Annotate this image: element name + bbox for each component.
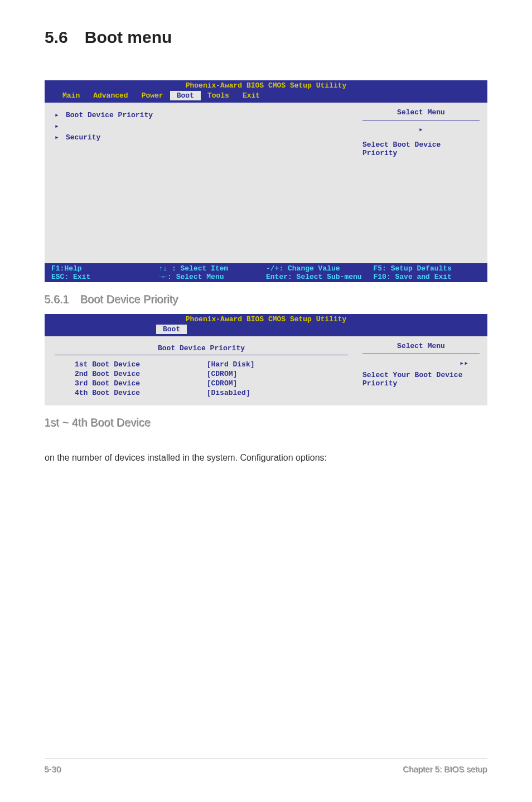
bios-right-panel: Select Menu ▸▸ Select Your Boot Device P… bbox=[357, 339, 485, 403]
subsection-number: 5.6.1 bbox=[45, 293, 69, 306]
bios-menubar: Main Advanced Power Boot Tools Exit bbox=[45, 91, 487, 103]
footer-exit: ESC: Exit bbox=[51, 273, 159, 281]
bios-item-blank: ▸ bbox=[55, 122, 348, 131]
boot-device-value: [Disabled] bbox=[207, 388, 348, 398]
tab-advanced[interactable]: Advanced bbox=[86, 91, 134, 100]
tab-power[interactable]: Power bbox=[135, 91, 170, 100]
bios-left-panel: Boot Device Priority 1st Boot Device [Ha… bbox=[47, 339, 356, 403]
footer-help: F1:Help bbox=[51, 264, 159, 273]
footer-select-item: ↑↓ : Select Item bbox=[159, 264, 267, 273]
bios-item-boot-priority[interactable]: ▸ Boot Device Priority bbox=[55, 110, 348, 119]
subsection-title: Boot Device Priority bbox=[80, 293, 178, 306]
boot-device-value: [Hard Disk] bbox=[207, 360, 348, 369]
right-caret-icon: ▸▸ bbox=[362, 359, 480, 368]
tab-boot[interactable]: Boot bbox=[170, 91, 201, 100]
select-menu-title: Select Menu bbox=[362, 108, 480, 119]
page-footer: 5-30 Chapter 5: BIOS setup bbox=[45, 758, 487, 774]
page-number: 5-30 bbox=[45, 765, 61, 774]
section-number: 5.6 bbox=[45, 28, 68, 47]
tab-exit[interactable]: Exit bbox=[236, 91, 267, 100]
submenu-caret-icon: ▸ bbox=[55, 110, 66, 119]
bios-title: Phoenix-Award BIOS CMOS Setup Utility bbox=[45, 314, 487, 325]
bios-item-label: Boot Device Priority bbox=[66, 111, 153, 119]
bios-help-text: Select Boot Device Priority bbox=[362, 141, 480, 157]
bios-right-panel: Select Menu ▸ Select Boot Device Priorit… bbox=[357, 105, 485, 261]
bios-menubar: Boot bbox=[45, 325, 487, 336]
boot-device-label: 4th Boot Device bbox=[75, 388, 207, 398]
right-caret-icon: ▸ bbox=[362, 125, 480, 134]
table-row[interactable]: 4th Boot Device [Disabled] bbox=[55, 388, 348, 398]
bios-help-text: Select Your Boot Device Priority bbox=[362, 371, 480, 388]
chapter-label: Chapter 5: BIOS setup bbox=[403, 765, 487, 774]
section-title: Boot menu bbox=[85, 28, 172, 46]
bios-screen-priority: Phoenix-Award BIOS CMOS Setup Utility Bo… bbox=[45, 314, 487, 405]
boot-device-label: 2nd Boot Device bbox=[75, 369, 207, 379]
footer-save-exit: F10: Save and Exit bbox=[374, 273, 481, 281]
footer-select-menu: →←: Select Menu bbox=[159, 273, 267, 281]
tab-main[interactable]: Main bbox=[56, 91, 86, 100]
select-menu-title: Select Menu bbox=[362, 342, 480, 352]
bios-item-security[interactable]: ▸ Security bbox=[55, 133, 348, 142]
body-text: on the number of devices installed in th… bbox=[45, 452, 487, 464]
bios-item-label: Security bbox=[66, 133, 100, 142]
footer-submenu: Enter: Select Sub-menu bbox=[266, 273, 374, 281]
section-heading: 5.6Boot menu bbox=[45, 28, 487, 47]
subsection-heading: 5.6.1Boot Device Priority bbox=[45, 293, 487, 306]
bios-title: Phoenix-Award BIOS CMOS Setup Utility bbox=[45, 80, 487, 91]
panel-header: Boot Device Priority bbox=[55, 344, 348, 355]
tab-boot[interactable]: Boot bbox=[156, 325, 187, 334]
bios-left-panel: ▸ Boot Device Priority ▸ ▸ Security bbox=[47, 105, 356, 261]
subsub-heading: 1st ~ 4th Boot Device bbox=[45, 417, 487, 429]
footer-change-value: -/+: Change Value bbox=[266, 264, 374, 273]
table-row[interactable]: 2nd Boot Device [CDROM] bbox=[55, 369, 348, 379]
table-row[interactable]: 1st Boot Device [Hard Disk] bbox=[55, 360, 348, 369]
boot-device-value: [CDROM] bbox=[207, 369, 348, 379]
submenu-caret-icon: ▸ bbox=[55, 133, 66, 142]
tab-tools[interactable]: Tools bbox=[201, 91, 236, 100]
footer-defaults: F5: Setup Defaults bbox=[374, 264, 481, 273]
table-row[interactable]: 3rd Boot Device [CDROM] bbox=[55, 379, 348, 388]
bios-footer: F1:Help ESC: Exit ↑↓ : Select Item →←: S… bbox=[45, 263, 487, 282]
boot-device-label: 1st Boot Device bbox=[75, 360, 207, 369]
boot-device-label: 3rd Boot Device bbox=[75, 379, 207, 388]
submenu-caret-icon: ▸ bbox=[55, 122, 66, 131]
bios-screen-main: Phoenix-Award BIOS CMOS Setup Utility Ma… bbox=[45, 80, 487, 282]
boot-device-value: [CDROM] bbox=[207, 379, 348, 388]
